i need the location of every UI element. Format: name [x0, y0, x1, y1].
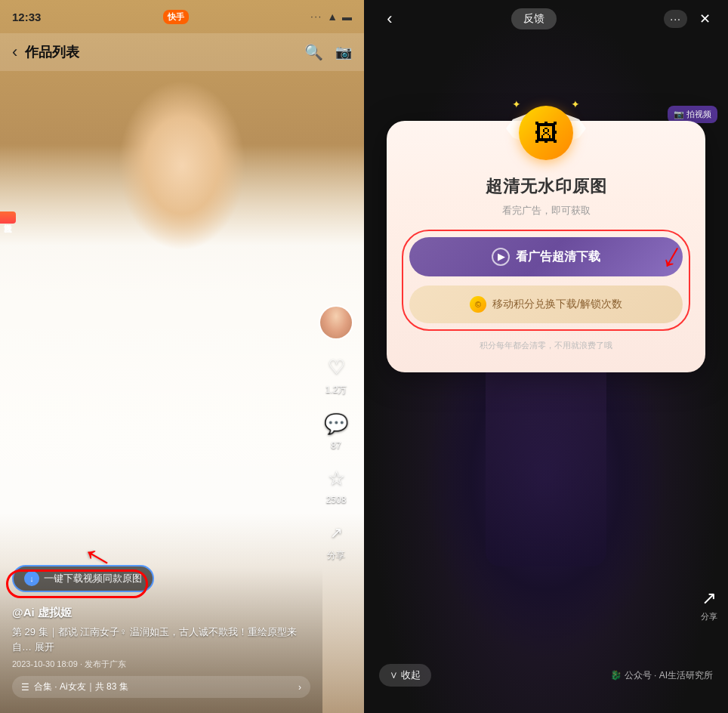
- play-icon: ▶: [492, 248, 510, 266]
- heart-icon: ♡: [322, 353, 350, 381]
- comment-icon: 💬: [322, 410, 350, 437]
- collapse-label: ∨ 收起: [390, 668, 421, 682]
- wifi-icon: ▲: [327, 11, 338, 23]
- wechat-text: 🐉 公众号 · AI生活研究所: [610, 670, 713, 681]
- popup-title: 超清无水印原图: [486, 175, 607, 198]
- share-label: 分享: [327, 549, 345, 562]
- right-back-button[interactable]: ‹: [376, 5, 403, 32]
- right-nav-bar: ‹ 反馈 ··· ✕: [364, 0, 728, 38]
- exchange-button[interactable]: © 移动积分兑换下载/解锁次数: [409, 286, 683, 323]
- right-action-buttons: ♡ 1.2万 💬 87 ☆ 2508 ↗ 分享: [319, 305, 353, 562]
- left-side-badge[interactable]: 送我上舞台: [0, 211, 16, 224]
- watch-ad-label: 看广告超清下载: [516, 249, 600, 265]
- close-icon: ✕: [699, 11, 711, 27]
- video-badge-icon: 📷: [674, 110, 684, 119]
- back-arrow-icon: ‹: [387, 9, 392, 29]
- close-button[interactable]: ✕: [693, 8, 716, 30]
- timestamp: 2023-10-30 18:09 · 发布于广东: [12, 659, 310, 670]
- comment-count: 87: [331, 440, 341, 451]
- status-icons: ··· ▲ ▬: [310, 11, 352, 23]
- sparkle-right-icon: ✦: [571, 98, 580, 110]
- play-triangle: ▶: [498, 252, 504, 262]
- coin-symbol: ©: [475, 300, 481, 309]
- right-share-label: 分享: [701, 611, 717, 622]
- right-side-actions: ↗ 分享: [701, 588, 717, 622]
- username[interactable]: @Ai 虚拟姬: [12, 606, 310, 620]
- avatar-image: [320, 307, 352, 338]
- right-share-icon: ↗: [702, 588, 717, 609]
- battery-icon: ▬: [342, 11, 352, 23]
- collection-arrow: ›: [298, 682, 301, 693]
- right-panel: ‹ 反馈 ··· ✕ 我要吐槽 📷 拍视频 🖼: [364, 0, 728, 713]
- share-icon: ↗: [322, 519, 350, 546]
- wechat-info[interactable]: 🐉 公众号 · AI生活研究所: [431, 669, 713, 682]
- camera-button[interactable]: 📷: [335, 44, 352, 60]
- search-button[interactable]: 🔍: [304, 43, 323, 61]
- feedback-button[interactable]: 反馈: [511, 8, 557, 29]
- red-circle-highlight: [6, 569, 148, 598]
- watch-ad-button[interactable]: ▶ 看广告超清下载: [409, 237, 683, 276]
- feedback-label: 反馈: [523, 12, 544, 24]
- sparkle-left-icon: ✦: [512, 98, 521, 110]
- popup-card: 🖼 ✦ ✦ 超清无水印原图 看完广告，即可获取 ▶ 看广告超清下载 © 移动积分…: [387, 121, 705, 372]
- medal-image-icon: 🖼: [534, 119, 558, 147]
- page-title: 作品列表: [25, 43, 304, 61]
- left-panel: 12:33 快手 ··· ▲ ▬ ‹ 作品列表 🔍 📷 送我上舞台 ♡ 1.2万…: [0, 0, 364, 713]
- back-button[interactable]: ‹: [12, 42, 17, 62]
- right-share-action[interactable]: ↗ 分享: [701, 588, 717, 622]
- exchange-label: 移动积分兑换下载/解锁次数: [492, 298, 622, 311]
- buttons-wrapper: ▶ 看广告超清下载 © 移动积分兑换下载/解锁次数: [402, 230, 690, 331]
- star-icon: ☆: [322, 465, 350, 492]
- right-bottom-bar: ∨ 收起 🐉 公众号 · AI生活研究所: [364, 637, 728, 713]
- avatar[interactable]: [319, 305, 353, 340]
- description-text: 第 29 集｜都说 江南女子♀ 温润如玉，古人诚不欺我！重绘原型来自… 展开: [12, 625, 310, 654]
- video-badge-text: 拍视频: [686, 110, 711, 119]
- share-action[interactable]: ↗ 分享: [322, 519, 350, 562]
- status-center: 快手: [163, 10, 189, 24]
- menu-dots-button[interactable]: ···: [664, 10, 687, 28]
- popup-subtitle: 看完广告，即可获取: [502, 204, 591, 218]
- collapse-button[interactable]: ∨ 收起: [379, 664, 431, 687]
- popup-note: 积分每年都会清零，不用就浪费了哦: [480, 340, 612, 351]
- left-nav-bar: ‹ 作品列表 🔍 📷: [0, 33, 364, 71]
- left-status-bar: 12:33 快手 ··· ▲ ▬: [0, 0, 364, 33]
- kuaishou-logo: 快手: [163, 10, 189, 24]
- star-count: 2508: [326, 495, 347, 505]
- medal-circle: 🖼: [519, 106, 573, 160]
- medal-container: 🖼 ✦ ✦: [512, 98, 580, 166]
- collection-icon: ☰: [21, 682, 29, 693]
- like-count: 1.2万: [325, 384, 347, 397]
- comment-action[interactable]: 💬 87: [322, 410, 350, 451]
- collection-text: 合集 · Ai女友｜共 83 集: [34, 681, 128, 693]
- star-action[interactable]: ☆ 2508: [322, 465, 350, 505]
- coin-icon: ©: [470, 296, 486, 313]
- nav-right: ··· ✕: [664, 8, 716, 30]
- status-time: 12:33: [12, 11, 41, 23]
- collection-bar[interactable]: ☰ 合集 · Ai女友｜共 83 集 ›: [12, 676, 310, 698]
- like-action[interactable]: ♡ 1.2万: [322, 353, 350, 397]
- nav-center: 反馈: [403, 8, 664, 29]
- menu-dots: ···: [310, 11, 322, 22]
